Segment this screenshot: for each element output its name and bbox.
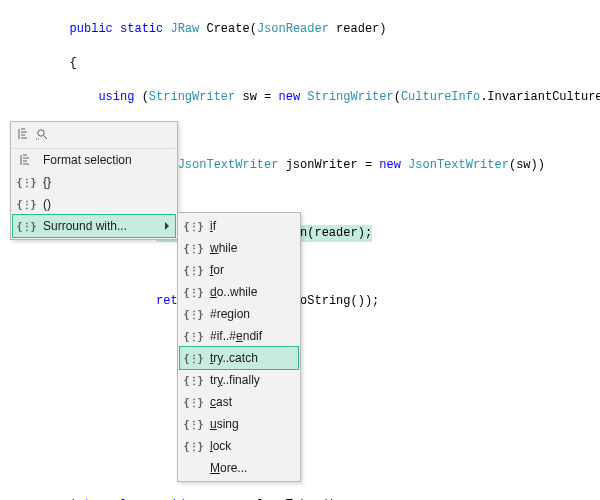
submenu-item-while[interactable]: {⋮} while: [180, 237, 298, 259]
call-tostring: ToString: [293, 294, 351, 308]
arg-sw: sw: [516, 158, 530, 172]
menu-toolbar: [13, 124, 175, 149]
eq: =: [257, 90, 279, 104]
menu-label: More...: [210, 461, 247, 475]
ctor-jtw: JsonTextWriter: [408, 158, 509, 172]
kw-public: public: [70, 22, 113, 36]
var-sw: sw: [242, 90, 256, 104]
brackets-icon: {⋮}: [184, 306, 202, 322]
kw-static: static: [120, 22, 163, 36]
kw-new: new: [379, 158, 401, 172]
surround-with-submenu: {⋮} if {⋮} while {⋮} for {⋮} do..while {…: [177, 212, 301, 482]
brackets-icon: {⋮}: [17, 218, 35, 234]
menu-label: do..while: [210, 285, 257, 299]
brackets-icon: {⋮}: [184, 328, 202, 344]
brackets-icon: {⋮}: [184, 394, 202, 410]
ctor-sw: StringWriter: [307, 90, 393, 104]
menu-item-braces[interactable]: {⋮} {}: [13, 171, 175, 193]
menu-label: try..finally: [210, 373, 260, 387]
brackets-icon: {⋮}: [184, 262, 202, 278]
submenu-item-try-catch[interactable]: {⋮} try..catch: [179, 346, 299, 370]
submenu-item-do-while[interactable]: {⋮} do..while: [180, 281, 298, 303]
menu-item-parens[interactable]: {⋮} (): [13, 193, 175, 215]
type-sw: StringWriter: [149, 90, 235, 104]
arg-reader: reader: [314, 226, 357, 240]
menu-label: while: [210, 241, 237, 255]
eq: =: [358, 158, 380, 172]
method-name: Create: [206, 22, 249, 36]
menu-label: lock: [210, 439, 231, 453]
menu-label: try..catch: [210, 351, 258, 365]
prop-inv: InvariantCulture: [487, 90, 600, 104]
menu-label: {}: [43, 175, 51, 189]
type-jraw: JRaw: [170, 22, 199, 36]
brackets-icon: {⋮}: [184, 372, 202, 388]
submenu-item-if[interactable]: {⋮} if: [180, 215, 298, 237]
submenu-item-try-finally[interactable]: {⋮} try..finally: [180, 369, 298, 391]
submenu-item-more[interactable]: More...: [180, 457, 298, 479]
var-jw: jsonWriter: [286, 158, 358, 172]
brackets-icon: {⋮}: [184, 416, 202, 432]
menu-label: Format selection: [43, 153, 132, 167]
param-name: reader: [336, 22, 379, 36]
submenu-item-region[interactable]: {⋮} #region: [180, 303, 298, 325]
submenu-item-for[interactable]: {⋮} for: [180, 259, 298, 281]
submenu-item-cast[interactable]: {⋮} cast: [180, 391, 298, 413]
format-icon: [17, 152, 35, 168]
menu-label: using: [210, 417, 239, 431]
menu-label: #region: [210, 307, 250, 321]
brace: {: [70, 56, 77, 70]
submenu-item-using[interactable]: {⋮} using: [180, 413, 298, 435]
brackets-icon: {⋮}: [184, 350, 202, 366]
brackets-icon: {⋮}: [184, 284, 202, 300]
brackets-icon: {⋮}: [184, 218, 202, 234]
svg-point-0: [38, 130, 44, 136]
menu-label: (): [43, 197, 51, 211]
menu-label: #if..#endif: [210, 329, 262, 343]
menu-item-format-selection[interactable]: Format selection: [13, 149, 175, 171]
kw-new: new: [278, 90, 300, 104]
menu-label: Surround with...: [43, 219, 127, 233]
menu-label: for: [210, 263, 224, 277]
menu-label: if: [210, 219, 216, 233]
brackets-icon: {⋮}: [17, 174, 35, 190]
blank-icon: [184, 460, 202, 476]
inspect-icon[interactable]: [35, 127, 49, 144]
chevron-right-icon: [163, 219, 171, 233]
submenu-item-lock[interactable]: {⋮} lock: [180, 435, 298, 457]
kw-using: using: [98, 90, 134, 104]
menu-item-surround-with[interactable]: {⋮} Surround with...: [12, 214, 176, 238]
format-icon[interactable]: [17, 127, 31, 144]
context-menu: Format selection {⋮} {} {⋮} () {⋮} Surro…: [10, 121, 178, 240]
brackets-icon: {⋮}: [17, 196, 35, 212]
type-ci: CultureInfo: [401, 90, 480, 104]
type-jtw: JsonTextWriter: [178, 158, 279, 172]
brackets-icon: {⋮}: [184, 438, 202, 454]
submenu-item-if-endif[interactable]: {⋮} #if..#endif: [180, 325, 298, 347]
brackets-icon: {⋮}: [184, 240, 202, 256]
param-type: JsonReader: [257, 22, 329, 36]
menu-label: cast: [210, 395, 232, 409]
